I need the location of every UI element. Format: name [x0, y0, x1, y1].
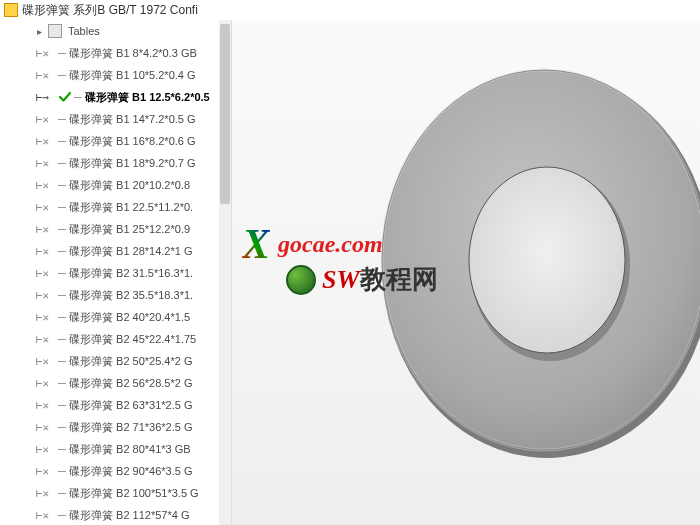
- config-icon: ⊢✕: [36, 376, 56, 390]
- config-row[interactable]: ⊢✕碟形弹簧 B1 20*10.2*0.8: [0, 174, 231, 196]
- tree-connector-icon: [58, 53, 66, 54]
- config-label: 碟形弹簧 B1 8*4.2*0.3 GB: [69, 46, 197, 61]
- svg-text:⊢✕: ⊢✕: [36, 509, 49, 522]
- main-content: ▸ Tables ⊢✕碟形弹簧 B1 8*4.2*0.3 GB⊢✕碟形弹簧 B1…: [0, 20, 700, 525]
- config-row[interactable]: ⊢✕碟形弹簧 B2 71*36*2.5 G: [0, 416, 231, 438]
- config-row[interactable]: ⊢✕碟形弹簧 B1 18*9.2*0.7 G: [0, 152, 231, 174]
- config-icon: ⊢✕: [36, 486, 56, 500]
- config-row[interactable]: ⊢✕碟形弹簧 B2 112*57*4 G: [0, 504, 231, 525]
- config-icon: ⊢✕: [36, 68, 56, 82]
- config-label: 碟形弹簧 B1 10*5.2*0.4 G: [69, 68, 196, 83]
- config-icon: ⊢✕: [36, 200, 56, 214]
- tree-connector-icon: [58, 119, 66, 120]
- config-icon: ⊢✕: [36, 46, 56, 60]
- config-row[interactable]: ⊢✕碟形弹簧 B1 16*8.2*0.6 G: [0, 130, 231, 152]
- model-viewport[interactable]: X gocae.com SW教程网: [232, 20, 700, 525]
- tree-connector-icon: [58, 317, 66, 318]
- config-icon: ⊢✕: [36, 134, 56, 148]
- svg-text:⊢✕: ⊢✕: [36, 47, 49, 60]
- config-label: 碟形弹簧 B1 16*8.2*0.6 G: [69, 134, 196, 149]
- tree-node-tables[interactable]: ▸ Tables: [0, 20, 231, 42]
- config-label: 碟形弹簧 B1 14*7.2*0.5 G: [69, 112, 196, 127]
- svg-text:⊢✕: ⊢✕: [36, 179, 49, 192]
- config-row[interactable]: ⊢✕碟形弹簧 B2 35.5*18.3*1.: [0, 284, 231, 306]
- config-icon: ⊢→: [36, 90, 56, 104]
- svg-text:⊢✕: ⊢✕: [36, 245, 49, 258]
- config-label: 碟形弹簧 B2 45*22.4*1.75: [69, 332, 196, 347]
- config-label: 碟形弹簧 B1 25*12.2*0.9: [69, 222, 190, 237]
- config-icon: ⊢✕: [36, 310, 56, 324]
- config-label: 碟形弹簧 B2 80*41*3 GB: [69, 442, 191, 457]
- tree-connector-icon: [74, 97, 82, 98]
- svg-text:⊢✕: ⊢✕: [36, 443, 49, 456]
- config-row[interactable]: ⊢✕碟形弹簧 B1 28*14.2*1 G: [0, 240, 231, 262]
- config-row[interactable]: ⊢✕碟形弹簧 B2 80*41*3 GB: [0, 438, 231, 460]
- disc-spring-model[interactable]: [362, 50, 700, 470]
- config-row[interactable]: ⊢→碟形弹簧 B1 12.5*6.2*0.5: [0, 86, 231, 108]
- scrollbar-thumb[interactable]: [220, 24, 230, 204]
- tables-icon: [48, 24, 62, 38]
- svg-text:⊢✕: ⊢✕: [36, 333, 49, 346]
- svg-text:⊢✕: ⊢✕: [36, 289, 49, 302]
- config-row[interactable]: ⊢✕碟形弹簧 B2 45*22.4*1.75: [0, 328, 231, 350]
- tree-connector-icon: [58, 185, 66, 186]
- part-icon: [4, 3, 18, 17]
- scrollbar-track[interactable]: [219, 20, 231, 525]
- svg-text:⊢✕: ⊢✕: [36, 487, 49, 500]
- svg-text:⊢✕: ⊢✕: [36, 113, 49, 126]
- config-icon: ⊢✕: [36, 178, 56, 192]
- tree-connector-icon: [58, 427, 66, 428]
- config-row[interactable]: ⊢✕碟形弹簧 B1 10*5.2*0.4 G: [0, 64, 231, 86]
- config-icon: ⊢✕: [36, 442, 56, 456]
- tree-connector-icon: [58, 449, 66, 450]
- config-icon: ⊢✕: [36, 156, 56, 170]
- config-label: 碟形弹簧 B2 35.5*18.3*1.: [69, 288, 193, 303]
- svg-text:⊢✕: ⊢✕: [36, 135, 49, 148]
- svg-text:⊢→: ⊢→: [36, 91, 50, 104]
- svg-text:⊢✕: ⊢✕: [36, 355, 49, 368]
- config-row[interactable]: ⊢✕碟形弹簧 B2 56*28.5*2 G: [0, 372, 231, 394]
- config-icon: ⊢✕: [36, 244, 56, 258]
- svg-text:⊢✕: ⊢✕: [36, 223, 49, 236]
- tree-connector-icon: [58, 515, 66, 516]
- config-row[interactable]: ⊢✕碟形弹簧 B2 100*51*3.5 G: [0, 482, 231, 504]
- config-label: 碟形弹簧 B2 90*46*3.5 G: [69, 464, 193, 479]
- config-icon: ⊢✕: [36, 332, 56, 346]
- config-icon: ⊢✕: [36, 112, 56, 126]
- config-label: 碟形弹簧 B1 28*14.2*1 G: [69, 244, 193, 259]
- config-label: 碟形弹簧 B2 112*57*4 G: [69, 508, 189, 523]
- config-row[interactable]: ⊢✕碟形弹簧 B1 22.5*11.2*0.: [0, 196, 231, 218]
- config-icon: ⊢✕: [36, 354, 56, 368]
- config-icon: ⊢✕: [36, 398, 56, 412]
- config-row[interactable]: ⊢✕碟形弹簧 B2 50*25.4*2 G: [0, 350, 231, 372]
- tree-connector-icon: [58, 295, 66, 296]
- tree-connector-icon: [58, 207, 66, 208]
- config-label: 碟形弹簧 B2 100*51*3.5 G: [69, 486, 199, 501]
- svg-text:⊢✕: ⊢✕: [36, 399, 49, 412]
- config-label: 碟形弹簧 B2 63*31*2.5 G: [69, 398, 193, 413]
- config-label: 碟形弹簧 B2 50*25.4*2 G: [69, 354, 193, 369]
- config-row[interactable]: ⊢✕碟形弹簧 B1 25*12.2*0.9: [0, 218, 231, 240]
- config-label: 碟形弹簧 B1 12.5*6.2*0.5: [85, 90, 210, 105]
- config-label: 碟形弹簧 B1 22.5*11.2*0.: [69, 200, 193, 215]
- config-row[interactable]: ⊢✕碟形弹簧 B2 90*46*3.5 G: [0, 460, 231, 482]
- config-icon: ⊢✕: [36, 288, 56, 302]
- config-icon: ⊢✕: [36, 464, 56, 478]
- config-label: 碟形弹簧 B1 18*9.2*0.7 G: [69, 156, 196, 171]
- config-row[interactable]: ⊢✕碟形弹簧 B2 63*31*2.5 G: [0, 394, 231, 416]
- config-row[interactable]: ⊢✕碟形弹簧 B2 40*20.4*1.5: [0, 306, 231, 328]
- config-label: 碟形弹簧 B2 71*36*2.5 G: [69, 420, 193, 435]
- config-row[interactable]: ⊢✕碟形弹簧 B1 8*4.2*0.3 GB: [0, 42, 231, 64]
- tree-connector-icon: [58, 339, 66, 340]
- check-icon: [58, 90, 72, 104]
- tree-connector-icon: [58, 493, 66, 494]
- svg-text:⊢✕: ⊢✕: [36, 465, 49, 478]
- tree-connector-icon: [58, 163, 66, 164]
- expand-icon[interactable]: ▸: [34, 26, 44, 36]
- tree-connector-icon: [58, 383, 66, 384]
- config-row[interactable]: ⊢✕碟形弹簧 B2 31.5*16.3*1.: [0, 262, 231, 284]
- config-label: 碟形弹簧 B2 40*20.4*1.5: [69, 310, 190, 325]
- tree-connector-icon: [58, 229, 66, 230]
- window-header: 碟形弹簧 系列B GB/T 1972 Confi: [0, 0, 700, 20]
- config-row[interactable]: ⊢✕碟形弹簧 B1 14*7.2*0.5 G: [0, 108, 231, 130]
